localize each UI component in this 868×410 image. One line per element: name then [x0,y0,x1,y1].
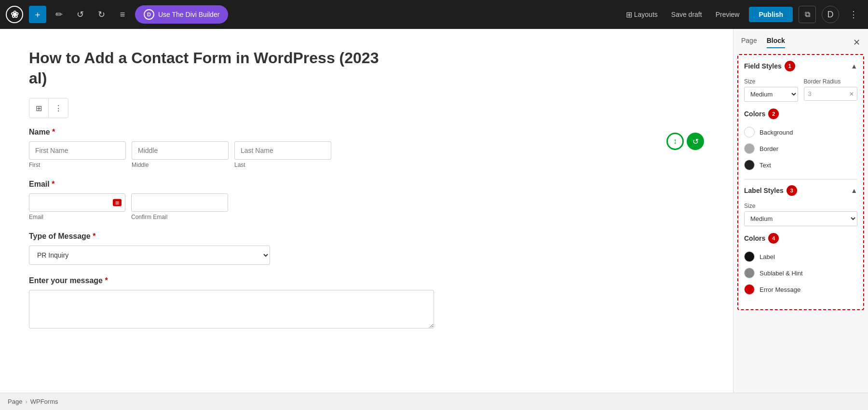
panel-tabs: Page Block [741,37,785,48]
wpforms-icon-1[interactable]: ↕ [666,133,684,150]
background-label: Background [760,129,793,136]
field-colors-section: Colors 2 Background Border Text [744,109,857,173]
label-styles-section: Label Styles 3 ▲ Size Medium [744,179,857,298]
field-styles-header: Field Styles 1 ▲ [744,61,857,71]
first-name-input[interactable] [29,141,126,160]
breadcrumb-bar: Page › WPForms [0,393,868,410]
edit-button[interactable]: ✏ [50,6,68,23]
email-error-icon: ⊞ [113,199,122,206]
error-swatch[interactable] [744,284,755,295]
name-label: Name * [29,128,704,137]
right-panel: Page Block ✕ Field Styles 1 ▲ Size Mediu… [733,29,868,393]
sidebar-toggle-button[interactable]: ⧉ [799,6,816,23]
label-size-row: Size Medium [744,203,857,226]
wordpress-logo[interactable]: ❀ [6,6,23,23]
panel-close-button[interactable]: ✕ [853,37,860,48]
border-radius-col: Border Radius 3 ✕ [804,78,858,101]
field-colors-title: Colors [744,110,765,118]
layouts-label: Layouts [634,11,658,18]
main-layout: How to Add a Contact Form in WordPress (… [0,29,868,393]
label-colors-section: Colors 4 Label Sublabel & Hint Error Mes… [744,233,857,298]
email-input[interactable] [29,193,125,212]
wpforms-icon-2[interactable]: ↺ [687,133,704,150]
layouts-button[interactable]: ⊞ Layouts [622,6,662,23]
breadcrumb-separator: › [25,398,27,405]
save-draft-button[interactable]: Save draft [667,8,706,21]
label-size-select[interactable]: Medium [744,211,857,226]
type-section: Type of Message * PR Inquiry [29,232,704,265]
divi-builder-button[interactable]: D Use The Divi Builder [135,5,228,24]
block-type-button[interactable]: ⊞ [29,98,49,118]
label-colors-title-row: Colors 4 [744,233,857,244]
toolbar-right: ⊞ Layouts Save draft Preview Publish ⧉ D… [622,6,862,23]
type-required: * [93,232,95,240]
block-menu-button[interactable]: ⋮ [49,98,68,118]
label-swatch[interactable] [744,251,755,262]
size-label: Size [744,78,798,85]
editor-area: How to Add a Contact Form in WordPress (… [0,29,733,393]
label-colors-title: Colors [744,234,765,242]
confirm-email-sublabel: Confirm Email [131,214,228,220]
sublabel-label: Sublabel & Hint [760,270,803,277]
publish-button[interactable]: Publish [749,7,793,22]
first-sublabel: First [29,162,126,168]
middle-name-group: Middle [132,141,229,168]
last-name-input[interactable] [234,141,331,160]
field-styles-collapse[interactable]: ▲ [851,62,857,70]
size-col: Size Medium [744,78,798,102]
border-radius-label: Border Radius [804,78,858,85]
name-field-row: First Middle Last [29,141,704,168]
error-label: Error Message [760,286,800,293]
label-size-col: Size Medium [744,203,857,226]
badge-4: 4 [768,233,779,244]
type-label: Type of Message * [29,232,704,241]
text-color-row: Text [744,157,857,173]
middle-name-input[interactable] [132,141,229,160]
add-block-button[interactable]: ＋ [29,6,46,23]
name-required: * [52,128,55,136]
text-swatch[interactable] [744,160,755,170]
more-options-button[interactable]: ⋮ [845,6,862,23]
green-circles: ↕ ↺ [666,133,704,150]
label-color-label: Label [760,253,775,260]
message-textarea[interactable] [29,290,434,328]
undo-button[interactable]: ↺ [71,6,89,23]
last-sublabel: Last [234,162,331,168]
border-label: Border [760,145,778,152]
size-select[interactable]: Medium [744,87,798,102]
email-field-row: ⊞ Email Confirm Email [29,193,704,220]
background-color-row: Background [744,124,857,140]
type-select[interactable]: PR Inquiry [29,246,270,265]
tab-block[interactable]: Block [767,37,785,48]
confirm-email-group: Confirm Email [131,193,228,220]
label-styles-collapse[interactable]: ▲ [851,187,857,194]
block-toolbar: ⊞ ⋮ [29,98,68,118]
preview-button[interactable]: Preview [712,8,744,21]
email-wrapper: ⊞ [29,193,125,212]
field-styles-title-row: Field Styles 1 [744,61,795,71]
border-swatch[interactable] [744,143,755,154]
name-section: Name * First Middle Last [29,128,704,168]
border-radius-clear[interactable]: ✕ [846,91,857,97]
background-swatch[interactable] [744,127,755,137]
redo-button[interactable]: ↻ [93,6,110,23]
text-label: Text [760,162,771,169]
message-required: * [105,276,108,285]
email-sublabel: Email [29,214,125,220]
label-styles-title: Label Styles [744,187,784,194]
breadcrumb-page[interactable]: Page [8,398,22,405]
toolbar-left: ❀ ＋ ✏ ↺ ↻ ≡ D Use The Divi Builder [6,5,228,24]
main-toolbar: ❀ ＋ ✏ ↺ ↻ ≡ D Use The Divi Builder ⊞ Lay… [0,0,868,29]
label-styles-header: Label Styles 3 ▲ [744,185,857,196]
tab-page[interactable]: Page [741,37,757,48]
first-name-group: First [29,141,126,168]
border-radius-input[interactable]: 3 [804,87,847,100]
badge-3: 3 [787,185,797,196]
divi-settings-button[interactable]: D [822,6,839,23]
error-color-row: Error Message [744,281,857,298]
details-button[interactable]: ≡ [114,6,131,23]
page-title: How to Add a Contact Form in WordPress (… [29,48,704,88]
confirm-email-input[interactable] [131,193,228,212]
message-section: Enter your message * [29,276,704,330]
sublabel-swatch[interactable] [744,268,755,278]
